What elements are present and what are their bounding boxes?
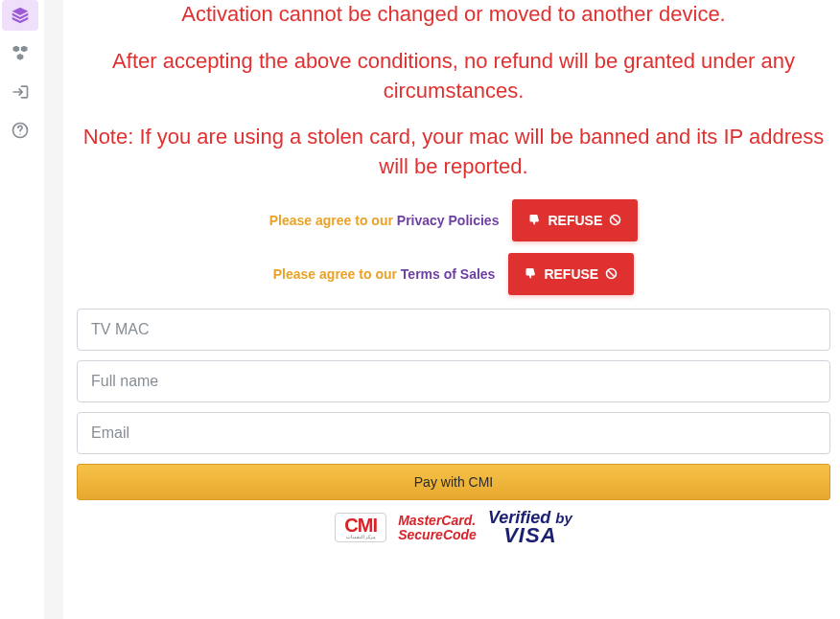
ban-icon (604, 266, 618, 281)
refuse-terms-button[interactable]: REFUSE (508, 253, 634, 295)
svg-line-5 (608, 270, 616, 278)
privacy-agree-row: Please agree to our Privacy Policies REF… (77, 199, 830, 241)
pay-with-cmi-button[interactable]: Pay with CMI (77, 464, 830, 500)
refuse-label: REFUSE (548, 213, 602, 228)
question-icon (11, 121, 30, 140)
thumbs-down-icon (524, 266, 538, 281)
nav-item-devices[interactable] (2, 38, 38, 69)
svg-point-1 (19, 134, 20, 135)
terms-agree-row: Please agree to our Terms of Sales REFUS… (77, 253, 830, 295)
fullname-input[interactable] (77, 360, 830, 402)
agree-prefix: Please agree to our (269, 213, 397, 228)
signin-icon (11, 82, 30, 102)
cmi-badge-sub: مركز النقديات (336, 535, 385, 541)
warning-activation: Activation cannot be changed or moved to… (77, 0, 830, 30)
privacy-agree-text: Please agree to our Privacy Policies (269, 213, 500, 228)
payment-form: Pay with CMI CMI مركز النقديات MasterCar… (77, 309, 830, 546)
mastercard-securecode-badge: MasterCard SecureCode (398, 514, 477, 541)
vertical-divider (44, 0, 63, 619)
tv-mac-input[interactable] (77, 309, 830, 351)
cmi-badge: CMI مركز النقديات (335, 513, 386, 542)
visa-line1-b: by (555, 510, 572, 526)
ban-icon (608, 213, 622, 227)
terms-agree-text: Please agree to our Terms of Sales (273, 266, 496, 282)
thumbs-down-icon (527, 213, 542, 227)
nav-item-plans[interactable] (2, 0, 38, 31)
verified-by-visa-badge: Verified by VISA (488, 510, 572, 546)
visa-line2: VISA (488, 526, 572, 546)
mc-line2: SecureCode (398, 528, 477, 542)
cmi-badge-main: CMI (344, 515, 377, 536)
nav-item-help[interactable] (2, 115, 38, 146)
nav-item-login[interactable] (2, 77, 38, 107)
sidebar (0, 0, 40, 619)
refuse-label: REFUSE (544, 266, 598, 282)
layers-icon (11, 6, 30, 25)
boxes-icon (11, 44, 30, 63)
warning-refund: After accepting the above conditions, no… (77, 47, 830, 106)
mc-line1: MasterCard (398, 514, 477, 528)
agree-prefix: Please agree to our (273, 266, 401, 282)
svg-line-3 (612, 217, 619, 224)
privacy-policies-link[interactable]: Privacy Policies (397, 213, 500, 228)
main-content: Activation cannot be changed or moved to… (67, 0, 840, 619)
payment-badges: CMI مركز النقديات MasterCard SecureCode … (77, 510, 830, 546)
warning-stolen-card: Note: If you are using a stolen card, yo… (77, 123, 830, 182)
email-input[interactable] (77, 412, 830, 454)
terms-of-sales-link[interactable]: Terms of Sales (401, 266, 496, 282)
refuse-privacy-button[interactable]: REFUSE (512, 199, 638, 241)
